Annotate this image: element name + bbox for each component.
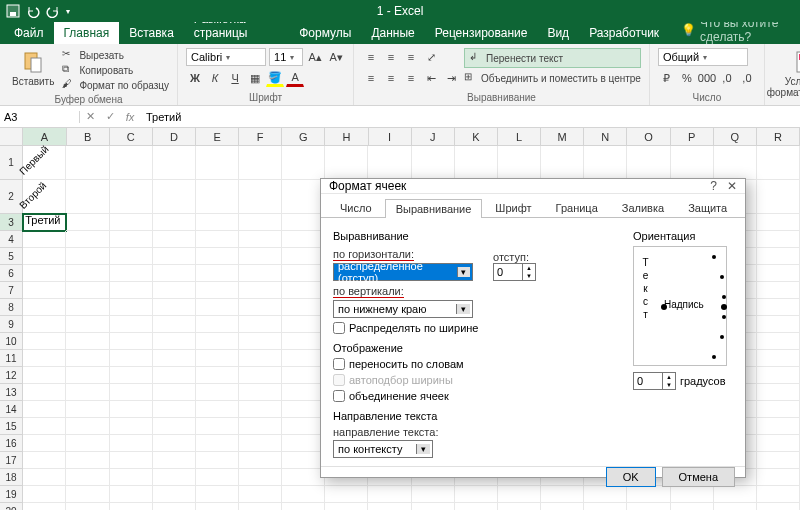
tab-review[interactable]: Рецензирование (425, 22, 538, 44)
cell[interactable] (196, 435, 239, 452)
cell[interactable] (110, 367, 153, 384)
cell[interactable] (196, 214, 239, 231)
underline-button[interactable]: Ч (226, 69, 244, 87)
cell[interactable] (584, 503, 627, 510)
cell[interactable] (239, 333, 282, 350)
align-middle-button[interactable]: ≡ (382, 48, 400, 66)
cell[interactable] (23, 367, 66, 384)
cell[interactable] (196, 333, 239, 350)
col-header[interactable]: A (23, 128, 66, 145)
cell[interactable] (66, 503, 109, 510)
row-header[interactable]: 14 (0, 401, 23, 418)
cell[interactable] (239, 350, 282, 367)
select-all-corner[interactable] (0, 128, 23, 145)
tab-formulas[interactable]: Формулы (289, 22, 361, 44)
bold-button[interactable]: Ж (186, 69, 204, 87)
font-color-button[interactable]: A (286, 69, 304, 87)
cell[interactable] (239, 452, 282, 469)
row-header[interactable]: 20 (0, 503, 23, 510)
horizontal-alignment-select[interactable]: распределенное (отступ) ▾ (333, 263, 473, 281)
cell[interactable] (282, 367, 325, 384)
cell[interactable] (282, 231, 325, 248)
ok-button[interactable]: OK (606, 467, 656, 487)
dtab-protection[interactable]: Защита (677, 198, 738, 217)
row-header[interactable]: 5 (0, 248, 23, 265)
cell[interactable] (714, 486, 757, 503)
cell[interactable] (239, 435, 282, 452)
enter-formula-icon[interactable]: ✓ (100, 110, 120, 123)
cut-button[interactable]: ✂Вырезать (62, 48, 169, 62)
cell[interactable] (153, 401, 196, 418)
degrees-input[interactable] (634, 375, 662, 387)
cell[interactable] (541, 486, 584, 503)
cell[interactable] (110, 503, 153, 510)
cell[interactable] (23, 486, 66, 503)
row-header[interactable]: 13 (0, 384, 23, 401)
cell[interactable] (196, 231, 239, 248)
align-center-button[interactable]: ≡ (382, 69, 400, 87)
row-header[interactable]: 10 (0, 333, 23, 350)
cell[interactable] (282, 350, 325, 367)
cell[interactable] (110, 146, 153, 180)
cell[interactable] (66, 435, 109, 452)
cell[interactable] (714, 146, 757, 180)
cell[interactable] (66, 299, 109, 316)
cell[interactable] (282, 469, 325, 486)
row-header[interactable]: 19 (0, 486, 23, 503)
cell[interactable] (66, 418, 109, 435)
row-header[interactable]: 2 (0, 180, 23, 214)
cell[interactable] (153, 418, 196, 435)
cell[interactable] (153, 503, 196, 510)
col-header[interactable]: G (282, 128, 325, 145)
cell[interactable] (282, 384, 325, 401)
row-header[interactable]: 6 (0, 265, 23, 282)
row-header[interactable]: 7 (0, 282, 23, 299)
fx-button[interactable]: fx (120, 111, 140, 123)
cell[interactable] (757, 316, 800, 333)
cell[interactable] (196, 350, 239, 367)
cell[interactable] (110, 418, 153, 435)
row-header[interactable]: 15 (0, 418, 23, 435)
cell[interactable] (412, 146, 455, 180)
cell[interactable] (282, 146, 325, 180)
wrap-text-button[interactable]: ↲Перенести текст (464, 48, 641, 68)
cell[interactable] (23, 248, 66, 265)
cell[interactable] (110, 350, 153, 367)
cell[interactable] (196, 146, 239, 180)
cell[interactable] (153, 248, 196, 265)
cell[interactable] (368, 486, 411, 503)
cell[interactable] (325, 146, 368, 180)
dtab-fill[interactable]: Заливка (611, 198, 675, 217)
cell[interactable] (239, 384, 282, 401)
indent-spinner[interactable]: ▲▼ (493, 263, 536, 281)
cell[interactable] (757, 435, 800, 452)
cell[interactable] (110, 486, 153, 503)
cell[interactable] (757, 486, 800, 503)
cell[interactable] (627, 486, 670, 503)
cell[interactable] (671, 486, 714, 503)
cell[interactable] (282, 486, 325, 503)
vertical-alignment-select[interactable]: по нижнему краю ▾ (333, 300, 473, 318)
cell[interactable] (196, 452, 239, 469)
cell[interactable] (110, 299, 153, 316)
cell[interactable] (153, 265, 196, 282)
orientation-button[interactable]: ⤢ (422, 48, 440, 66)
cell[interactable] (110, 231, 153, 248)
cell[interactable] (66, 350, 109, 367)
cell[interactable] (368, 503, 411, 510)
wrap-checkbox[interactable] (333, 358, 345, 370)
cell[interactable] (196, 384, 239, 401)
cell[interactable] (23, 316, 66, 333)
col-header[interactable]: E (196, 128, 239, 145)
cell[interactable] (239, 401, 282, 418)
cell[interactable] (282, 503, 325, 510)
paste-button[interactable]: Вставить (8, 48, 58, 89)
cell[interactable] (110, 333, 153, 350)
spin-down-icon[interactable]: ▼ (523, 272, 535, 280)
dtab-border[interactable]: Граница (545, 198, 609, 217)
cell[interactable]: Второй (23, 180, 66, 214)
distribute-checkbox-row[interactable]: Распределять по ширине (333, 322, 621, 334)
increase-font-button[interactable]: A▴ (306, 48, 324, 66)
text-direction-select[interactable]: по контексту ▾ (333, 440, 433, 458)
row-header[interactable]: 16 (0, 435, 23, 452)
